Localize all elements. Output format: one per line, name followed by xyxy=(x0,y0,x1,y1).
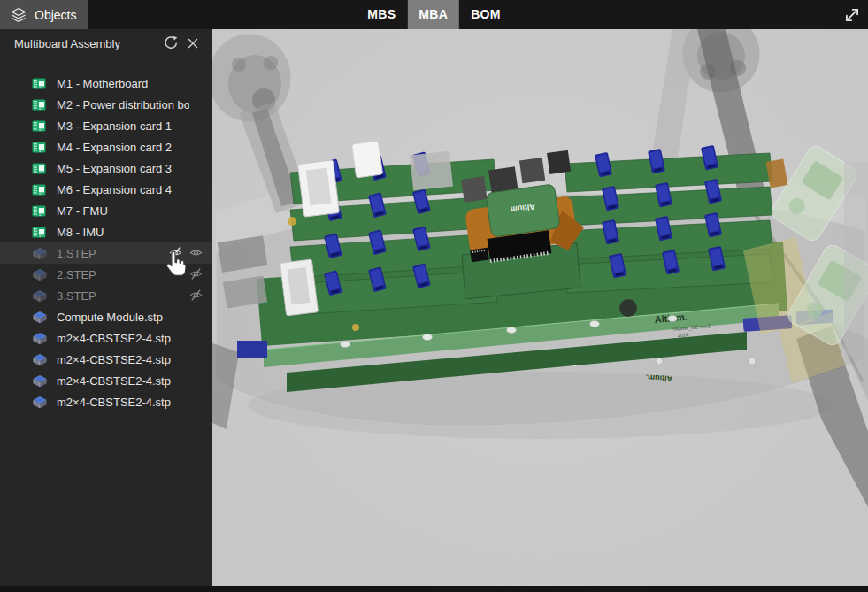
tree-item-label: M8 - IMU xyxy=(57,226,104,239)
model-type-icon xyxy=(32,289,48,303)
panel-title: Multiboard Assembly xyxy=(14,37,120,50)
tree-item-label: 3.STEP xyxy=(57,289,96,303)
refresh-icon xyxy=(163,35,179,51)
tree-item-label: M6 - Expansion card 4 xyxy=(57,183,172,196)
model-type-icon xyxy=(32,227,48,238)
tree-item-label: M3 - Expansion card 1 xyxy=(57,119,172,133)
tree-item[interactable]: 3.STEP xyxy=(0,285,212,306)
layers-icon xyxy=(11,7,27,23)
tree-item-label: M4 - Expansion card 2 xyxy=(57,141,172,154)
tree-item[interactable]: M5 - Expansion card 3 xyxy=(0,158,212,179)
top-bar: Objects MBSMBABOM xyxy=(0,0,868,29)
tree-item-label: Compute Module.stp xyxy=(57,311,163,324)
tree-item-label: 2.STEP xyxy=(57,268,96,281)
model-type-icon xyxy=(32,99,48,111)
model-type-icon xyxy=(32,205,48,217)
tree-item[interactable]: M3 - Expansion card 1 xyxy=(0,115,212,136)
refresh-button[interactable] xyxy=(163,35,179,51)
viewport-3d[interactable]: Altium. Altium. YAAM6_MB rev.2 2019 xyxy=(212,29,868,586)
model-type-icon xyxy=(32,268,48,281)
bottom-bar xyxy=(0,586,868,592)
model-type-icon xyxy=(32,163,48,174)
model-type-icon xyxy=(32,78,48,89)
expand-arrows-icon xyxy=(842,5,862,25)
objects-button[interactable]: Objects xyxy=(0,0,88,29)
objects-button-label: Objects xyxy=(35,8,76,22)
tree-item-label: m2×4-CBSTSE2-4.stp xyxy=(57,353,171,366)
tree-item-label: M7 - FMU xyxy=(57,204,108,218)
board-label-year: 2019 xyxy=(678,332,689,338)
drone-assembly-scene: Altium. Altium. YAAM6_MB rev.2 2019 xyxy=(212,29,868,586)
mouse-cursor xyxy=(163,250,188,277)
view-tabs: MBSMBABOM xyxy=(356,0,511,29)
board-label-bottom: Altium. xyxy=(645,373,672,383)
model-type-icon xyxy=(32,247,48,260)
tree-item[interactable]: M6 - Expansion card 4 xyxy=(0,179,212,200)
tree-item[interactable]: m2×4-CBSTSE2-4.stp xyxy=(0,327,212,349)
tree-item-label: m2×4-CBSTSE2-4.stp xyxy=(57,396,171,409)
model-type-icon xyxy=(32,374,48,388)
tree-item-label: m2×4-CBSTSE2-4.stp xyxy=(57,374,171,388)
object-tree: M1 - Motherboard M2 - Power distribution… xyxy=(0,58,212,412)
objects-panel: Multiboard Assembly M1 - Motherboard M2 … xyxy=(0,29,212,586)
model-type-icon xyxy=(32,142,48,153)
close-panel-button[interactable] xyxy=(185,35,201,51)
tree-item[interactable]: M7 - FMU xyxy=(0,200,212,221)
multiboard-assembly-app: Objects MBSMBABOM Multiboard Assembly M1… xyxy=(0,0,868,592)
model-type-icon xyxy=(32,396,48,409)
model-type-icon xyxy=(32,184,48,196)
tree-item[interactable]: Compute Module.stp xyxy=(0,306,212,327)
eye-icon[interactable] xyxy=(189,246,203,259)
model-type-icon xyxy=(32,311,48,324)
eye-slash-icon[interactable] xyxy=(189,288,203,302)
tree-item[interactable]: M2 - Power distribution boa... xyxy=(0,94,212,115)
tab-mbs[interactable]: MBS xyxy=(356,0,407,29)
tree-item-label: M5 - Expansion card 3 xyxy=(57,162,172,175)
eye-slash-icon[interactable] xyxy=(189,267,203,281)
tree-item-label: 1.STEP xyxy=(57,247,96,260)
tree-item[interactable]: M1 - Motherboard xyxy=(0,73,212,94)
tree-item[interactable]: m2×4-CBSTSE2-4.stp xyxy=(0,391,212,412)
tree-item[interactable]: m2×4-CBSTSE2-4.stp xyxy=(0,349,212,370)
tab-bom[interactable]: BOM xyxy=(459,0,512,29)
tree-item-label: M1 - Motherboard xyxy=(57,77,148,90)
close-icon xyxy=(185,35,201,51)
tree-item-label: m2×4-CBSTSE2-4.stp xyxy=(57,332,171,345)
tab-mba[interactable]: MBA xyxy=(407,0,459,29)
panel-header: Multiboard Assembly xyxy=(0,29,212,58)
model-type-icon xyxy=(32,120,48,132)
tree-item[interactable]: m2×4-CBSTSE2-4.stp xyxy=(0,370,212,391)
tree-item-label: M2 - Power distribution boa... xyxy=(57,98,189,111)
model-type-icon xyxy=(32,353,48,366)
tree-item[interactable]: M4 - Expansion card 2 xyxy=(0,136,212,158)
tree-item[interactable]: M8 - IMU xyxy=(0,221,212,242)
model-type-icon xyxy=(32,332,48,345)
fullscreen-toggle-button[interactable] xyxy=(842,5,862,25)
